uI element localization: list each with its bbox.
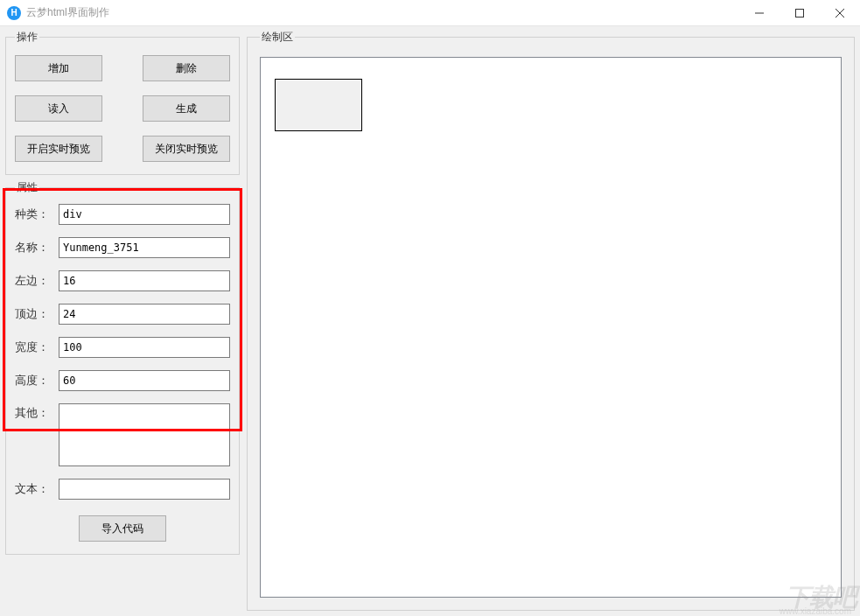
preview-on-button[interactable]: 开启实时预览 bbox=[15, 136, 102, 162]
height-label: 高度： bbox=[15, 373, 59, 388]
name-label: 名称： bbox=[15, 240, 59, 256]
properties-group: 属性 种类： 名称： 左边： 顶边： 宽度： 高度： bbox=[5, 180, 240, 555]
delete-button[interactable]: 删除 bbox=[143, 55, 230, 81]
text-input[interactable] bbox=[59, 479, 230, 500]
width-input[interactable] bbox=[59, 337, 230, 358]
other-label: 其他： bbox=[15, 403, 59, 421]
add-button[interactable]: 增加 bbox=[15, 55, 102, 81]
name-input[interactable] bbox=[59, 237, 230, 258]
top-label: 顶边： bbox=[15, 306, 59, 322]
height-input[interactable] bbox=[59, 370, 230, 391]
main-area: 操作 增加 删除 读入 生成 开启实时预览 关闭实时预览 属性 种类： 名称： bbox=[0, 26, 860, 616]
close-button[interactable] bbox=[820, 0, 860, 25]
canvas-area[interactable] bbox=[260, 57, 842, 598]
maximize-button[interactable] bbox=[780, 0, 820, 25]
operations-legend: 操作 bbox=[15, 30, 39, 45]
load-button[interactable]: 读入 bbox=[15, 95, 102, 122]
generate-button[interactable]: 生成 bbox=[143, 95, 230, 122]
text-label: 文本： bbox=[15, 481, 59, 497]
kind-label: 种类： bbox=[15, 206, 59, 222]
operations-group: 操作 增加 删除 读入 生成 开启实时预览 关闭实时预览 bbox=[5, 30, 240, 175]
window-controls bbox=[739, 0, 860, 25]
left-label: 左边： bbox=[15, 273, 59, 289]
other-input[interactable] bbox=[59, 403, 230, 466]
import-code-button[interactable]: 导入代码 bbox=[79, 515, 166, 542]
window-titlebar: H 云梦html界面制作 bbox=[0, 0, 860, 26]
left-input[interactable] bbox=[59, 270, 230, 291]
kind-input[interactable] bbox=[59, 204, 230, 225]
canvas-element[interactable] bbox=[275, 79, 362, 131]
draw-legend: 绘制区 bbox=[260, 30, 295, 45]
app-icon: H bbox=[7, 6, 21, 20]
properties-legend: 属性 bbox=[15, 180, 39, 195]
window-title: 云梦html界面制作 bbox=[26, 5, 739, 20]
draw-group: 绘制区 bbox=[247, 30, 855, 611]
width-label: 宽度： bbox=[15, 340, 59, 355]
preview-off-button[interactable]: 关闭实时预览 bbox=[143, 136, 230, 162]
right-panel: 绘制区 bbox=[247, 30, 855, 611]
svg-rect-1 bbox=[796, 9, 804, 17]
top-input[interactable] bbox=[59, 304, 230, 325]
left-panel: 操作 增加 删除 读入 生成 开启实时预览 关闭实时预览 属性 种类： 名称： bbox=[5, 30, 240, 611]
minimize-button[interactable] bbox=[739, 0, 780, 25]
